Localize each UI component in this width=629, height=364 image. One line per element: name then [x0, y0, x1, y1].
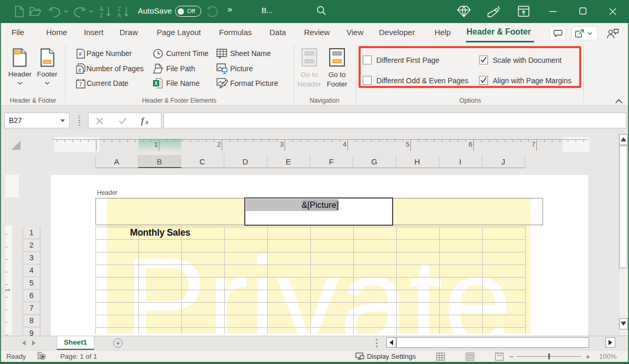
svg-text:7: 7	[79, 81, 82, 87]
svg-text:X: X	[154, 81, 158, 86]
svg-text:#: #	[79, 51, 82, 57]
svg-text:A: A	[100, 6, 103, 12]
svg-text:Z: Z	[117, 6, 121, 12]
svg-text:#: #	[78, 68, 81, 73]
svg-text:A: A	[117, 12, 121, 18]
svg-text:Z: Z	[100, 12, 103, 18]
